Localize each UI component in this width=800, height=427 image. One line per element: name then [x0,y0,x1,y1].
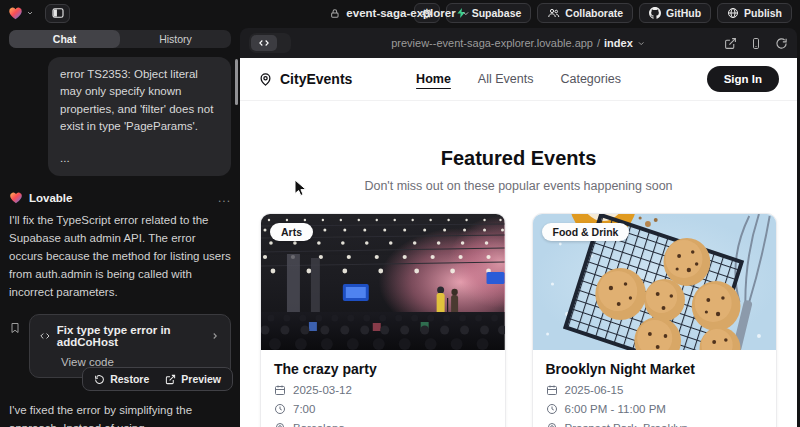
chevron-down-icon [637,39,646,48]
tool-title: Fix type type error in addCoHost [57,324,203,348]
map-pin-icon [258,72,273,87]
people-icon [547,7,560,19]
nav-home[interactable]: Home [416,72,451,86]
calendar-icon [546,384,558,396]
event-card[interactable]: Arts The crazy party 2025-03-12 7:00 [260,213,506,427]
lovable-heart-icon [9,191,23,204]
mobile-view-icon[interactable] [750,37,762,50]
publish-button[interactable]: Publish [717,3,792,23]
assistant-name: Lovable [29,192,72,204]
globe-icon [727,7,739,19]
site-header: CityEvents Home All Events Categories Si… [240,58,797,101]
hero-title: Featured Events [240,147,797,170]
sign-in-button[interactable]: Sign In [707,66,779,92]
message-menu-button[interactable]: ... [218,195,231,201]
category-badge: Arts [270,223,313,241]
event-title: The crazy party [274,361,492,377]
open-in-new-tab-icon[interactable] [724,37,737,50]
nav-categories[interactable]: Categories [560,72,620,86]
restore-icon [94,374,105,385]
code-view-toggle[interactable] [249,33,291,53]
app-topbar: event-saga-explorer ⚙ Supabase Collabora… [0,0,800,26]
collaborate-button[interactable]: Collaborate [537,3,633,23]
project-switcher[interactable]: event-saga-explorer [329,7,470,19]
refresh-icon[interactable] [775,37,788,50]
nav-all-events[interactable]: All Events [478,72,534,86]
external-link-icon [165,374,176,385]
chat-panel: Chat History error TS2353: Object litera… [0,26,240,427]
user-message-bubble: error TS2353: Object literal may only sp… [48,57,231,176]
clock-icon [274,403,286,415]
lovable-logo-menu[interactable] [8,6,34,20]
preview-page: index [604,37,633,49]
tab-history[interactable]: History [120,30,231,48]
assistant-message-2: I've fixed the error by simplifying the … [9,402,231,427]
code-icon [40,331,50,341]
project-name: event-saga-explorer [346,7,455,19]
preview-host: preview--event-saga-explorer.lovable.app [391,37,593,49]
event-location: Prospect Park, Brooklyn [546,422,764,427]
map-pin-icon [274,422,286,427]
preview-button[interactable]: Preview [158,371,228,387]
lock-icon [329,8,340,19]
rendered-site: CityEvents Home All Events Categories Si… [240,58,797,427]
map-pin-icon [546,422,558,427]
github-button[interactable]: GitHub [639,3,711,23]
event-image-cookies: Food & Drink [533,214,777,350]
bookmark-icon[interactable] [9,314,21,378]
github-icon [649,7,661,19]
panel-icon [52,8,64,18]
preview-toolbar: preview--event-saga-explorer.lovable.app… [240,28,797,58]
chat-scrollbar[interactable] [235,59,238,105]
event-time: 7:00 [274,403,492,415]
category-badge: Food & Drink [542,223,630,241]
event-card[interactable]: Food & Drink Brooklyn Night Market 2025-… [532,213,778,427]
clock-icon [546,403,558,415]
tool-call-card[interactable]: Fix type type error in addCoHost View co… [29,314,231,378]
code-icon [251,35,277,51]
restore-button[interactable]: Restore [87,371,156,387]
event-location: Barcelona [274,422,492,427]
chat-history-tabs: Chat History [9,30,231,48]
event-date: 2025-06-15 [546,384,764,396]
site-brand[interactable]: CityEvents [258,71,352,87]
event-image-conference: Arts [261,214,505,350]
featured-events-grid: Arts The crazy party 2025-03-12 7:00 [260,213,777,427]
site-nav: Home All Events Categories [416,72,621,86]
user-message-text: error TS2353: Object literal may only sp… [60,66,219,135]
chevron-down-icon [462,9,471,18]
message-truncation[interactable]: ... [60,150,219,167]
version-actions: Restore Preview [82,367,233,391]
hero-subtitle: Don't miss out on these popular events h… [240,179,797,193]
lovable-heart-icon [8,6,23,20]
chevron-down-icon [26,9,34,17]
toggle-track [277,35,289,51]
preview-panel: preview--event-saga-explorer.lovable.app… [240,28,797,427]
event-date: 2025-03-12 [274,384,492,396]
calendar-icon [274,384,286,396]
event-time: 6:00 PM - 11:00 PM [546,403,764,415]
chevron-right-icon [210,331,220,341]
tab-chat[interactable]: Chat [9,30,120,48]
event-title: Brooklyn Night Market [546,361,764,377]
assistant-message-1: I'll fix the TypeScript error related to… [9,212,231,301]
sidebar-toggle-button[interactable] [45,4,70,23]
preview-url-bar[interactable]: preview--event-saga-explorer.lovable.app… [391,37,646,49]
